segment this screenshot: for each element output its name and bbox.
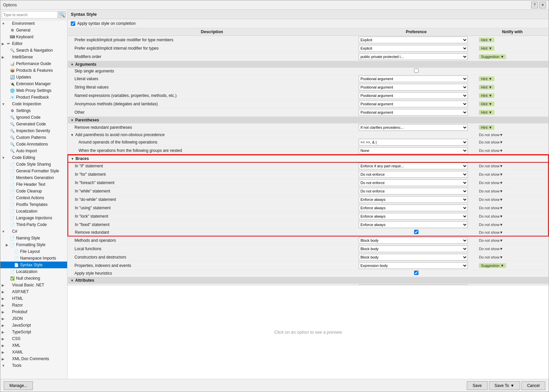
section-expand-icon[interactable]: ▼ <box>70 63 74 66</box>
section-expand-icon[interactable]: ▼ <box>70 118 74 122</box>
pref-select[interactable]: Do not enforce <box>359 171 468 178</box>
sidebar-item-formatting-style[interactable]: ▶ 📄 Formatting Style <box>0 241 67 248</box>
row-notify: Do not show▼ <box>476 170 548 179</box>
pref-select[interactable]: Block body <box>359 254 468 261</box>
patterns-icon: 🔍 <box>10 135 15 140</box>
pref-select[interactable]: Enforce always <box>359 196 468 203</box>
apply-syntax-checkbox[interactable] <box>71 21 75 26</box>
sidebar-item-intellisense[interactable]: ▶ IntelliSense <box>0 54 67 60</box>
search-input[interactable] <box>2 11 58 18</box>
sidebar-item-lang-injections[interactable]: 📄 Language Injections <box>0 215 67 221</box>
sidebar-item-localization2[interactable]: 📄 Localization <box>0 268 67 275</box>
manage-button[interactable]: Manage... <box>4 381 33 390</box>
sidebar-item-syntax-style[interactable]: 📄 Syntax Style <box>0 262 67 268</box>
sidebar-item-label: Editor <box>12 41 22 46</box>
products-icon: 📦 <box>10 68 15 73</box>
save-button[interactable]: Save <box>467 381 487 390</box>
sidebar-item-file-header[interactable]: 📄 File Header Text <box>0 181 67 188</box>
sidebar-item-ignored-code[interactable]: 🔍 Ignored Code <box>0 114 67 121</box>
sidebar-item-razor[interactable]: ▶ Razor <box>0 302 67 309</box>
section-expand-icon[interactable]: ▼ <box>70 279 74 282</box>
pref-select[interactable]: If not clarifies precedenc... <box>359 124 468 131</box>
pref-select[interactable]: Block body <box>359 245 468 252</box>
sidebar-item-product-feedback[interactable]: 📧 Product Feedback <box>0 94 67 101</box>
sidebar-item-html[interactable]: ▶ HTML <box>0 295 67 302</box>
sidebar-item-vbnet[interactable]: ▶ Visual Basic .NET <box>0 282 67 288</box>
sidebar-item-search-nav[interactable]: 🔍 Search & Navigation <box>0 47 67 54</box>
pref-select[interactable]: Enforce always <box>359 205 468 211</box>
pref-select[interactable]: Expression body <box>359 262 468 269</box>
sub-expand-icon[interactable]: ▼ <box>70 133 74 137</box>
sidebar-item-code-inspection[interactable]: ▼ Code Inspection <box>0 101 67 107</box>
apply-heuristics-checkbox[interactable] <box>414 271 418 275</box>
save-to-button[interactable]: Save To ▼ <box>489 381 520 390</box>
sidebar-item-third-party[interactable]: 📄 Third-Party Code <box>0 221 67 228</box>
sidebar-item-css[interactable]: ▶ CSS <box>0 335 67 342</box>
sidebar-item-ext-manager[interactable]: 🔌 Extension Manager <box>0 80 67 87</box>
sidebar-item-updates[interactable]: 🔄 Updates <box>0 74 67 80</box>
help-button[interactable]: ? <box>531 2 538 8</box>
row-pref: Enforce always <box>356 212 476 221</box>
pref-select[interactable]: Enforce always <box>359 221 468 228</box>
sidebar-item-xaml[interactable]: ▶ XAML <box>0 349 67 355</box>
sidebar-item-keyboard[interactable]: ⌨ Keyboard <box>0 34 67 40</box>
sidebar-item-typescript[interactable]: ▶ TypeScript <box>0 329 67 335</box>
sidebar-item-environment[interactable]: ▼ Environment <box>0 20 67 27</box>
sidebar-item-general[interactable]: ⚙ General <box>0 27 67 34</box>
local2-icon: 📄 <box>10 269 15 274</box>
pref-select[interactable]: Positional argument <box>359 75 468 82</box>
sidebar-item-auto-import[interactable]: 🔍 Auto Import <box>0 148 67 154</box>
sidebar-item-editor[interactable]: ▶ ✏ Editor <box>0 40 67 47</box>
sidebar-item-aspnet[interactable]: ▶ ASP.NET <box>0 288 67 295</box>
pref-select[interactable]: Positional argument <box>359 101 468 107</box>
remove-redundant-checkbox[interactable] <box>414 230 418 234</box>
pref-select[interactable]: Enforce if any part requir... <box>359 163 468 169</box>
sidebar-item-general-formatter[interactable]: 📄 General Formatter Style <box>0 168 67 174</box>
sidebar-item-null-checking[interactable]: ✅ Null checking <box>0 275 67 282</box>
close-button[interactable]: ✕ <box>539 2 546 8</box>
sidebar-item-namespace-imports[interactable]: 📄 Namespace Imports <box>0 255 67 262</box>
pref-select[interactable]: Enforce always <box>359 213 468 220</box>
pref-select[interactable]: Block body <box>359 237 468 244</box>
pref-select[interactable]: Do not enforce <box>359 179 468 186</box>
pref-select[interactable]: << >>, & | <box>359 139 468 146</box>
sidebar-item-code-cleanup[interactable]: 📄 Code Cleanup <box>0 188 67 194</box>
section-expand-icon[interactable]: ▼ <box>71 157 74 161</box>
sidebar-item-json[interactable]: ▶ JSON <box>0 315 67 322</box>
window-title: Options <box>3 3 531 7</box>
pref-select[interactable]: Positional argument <box>359 84 468 91</box>
pref-select[interactable]: Explicit <box>359 45 468 52</box>
sidebar-item-naming-style[interactable]: 📄 Naming Style <box>0 235 67 241</box>
sidebar-item-settings[interactable]: ⚙ Settings <box>0 107 67 114</box>
sidebar-item-context-actions[interactable]: 📄 Context Actions <box>0 194 67 201</box>
sidebar-item-xml[interactable]: ▶ XML <box>0 342 67 349</box>
pref-select[interactable]: Explicit <box>359 37 468 43</box>
cancel-button[interactable]: Cancel <box>521 381 545 390</box>
sidebar-item-products[interactable]: 📦 Products & Features <box>0 67 67 74</box>
sidebar-item-members-gen[interactable]: 📄 Members Generation <box>0 174 67 181</box>
pref-select[interactable]: Positional argument <box>359 92 468 99</box>
sidebar-item-code-annotations[interactable]: 🔍 Code Annotations <box>0 141 67 148</box>
sidebar-item-javascript[interactable]: ▶ JavaScript <box>0 322 67 329</box>
sidebar-item-code-editing[interactable]: ▼ Code Editing <box>0 154 67 161</box>
sidebar-item-generated-code[interactable]: 🔍 Generated Code <box>0 121 67 127</box>
pref-select[interactable]: Do not enforce <box>359 188 468 194</box>
sidebar-item-tools[interactable]: ▼ Tools <box>0 362 67 369</box>
sidebar-item-file-layout[interactable]: 📄 File Layout <box>0 248 67 255</box>
cleanup-icon: 📄 <box>10 188 15 194</box>
pref-select[interactable]: public private protected i... <box>359 53 468 60</box>
pref-select[interactable]: Positional argument <box>359 109 468 116</box>
sidebar-item-protobuf[interactable]: ▶ Protobuf <box>0 309 67 315</box>
sidebar-item-csharp[interactable]: ▼ C# <box>0 228 67 235</box>
skip-single-checkbox[interactable] <box>414 68 418 73</box>
sidebar-item-code-style-sharing[interactable]: 📄 Code Style Sharing <box>0 161 67 168</box>
pref-select[interactable]: None <box>359 147 468 154</box>
sidebar-item-localization[interactable]: 📄 Localization <box>0 208 67 215</box>
sidebar-item-custom-patterns[interactable]: 🔍 Custom Patterns <box>0 134 67 141</box>
search-button[interactable]: 🔍 <box>58 11 66 18</box>
sidebar-item-web-proxy[interactable]: 🌐 Web Proxy Settings <box>0 87 67 94</box>
sidebar-item-perf[interactable]: 📊 Performance Guide <box>0 60 67 67</box>
sidebar-item-xml-doc[interactable]: ▶ XML Doc Comments <box>0 355 67 362</box>
sidebar-item-postfix[interactable]: 📄 Postfix Templates <box>0 201 67 208</box>
sidebar-item-insp-severity[interactable]: 🔍 Inspection Severity <box>0 127 67 134</box>
